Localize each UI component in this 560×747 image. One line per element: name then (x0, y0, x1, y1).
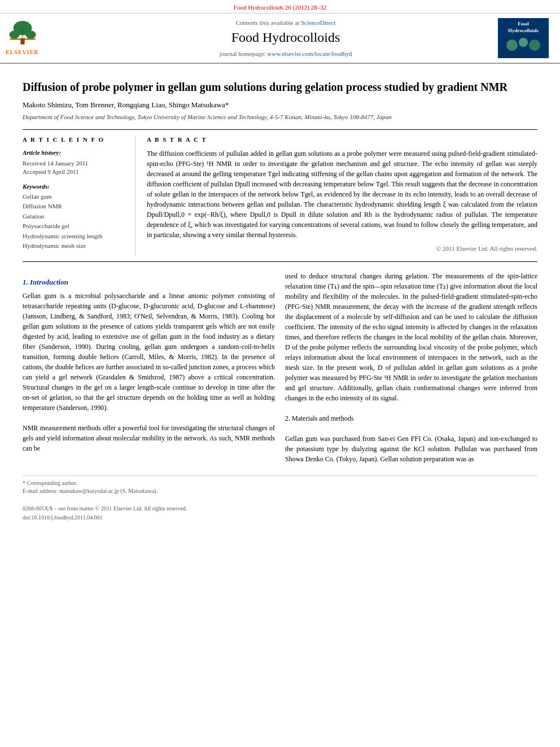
elsevier-label: ELSEVIER (6, 49, 73, 56)
keyword-item: Diffusion NMR (23, 202, 127, 211)
email-label: E-mail address: (23, 488, 58, 494)
copyright: © 2011 Elsevier Ltd. All rights reserved… (147, 244, 537, 253)
keywords-label: Keywords: (23, 182, 127, 191)
elsevier-logo-section: ELSEVIER (6, 20, 73, 56)
intro-col2-text: used to deduce structural changes during… (285, 271, 537, 464)
elsevier-tree-icon (6, 20, 40, 49)
journal-title: Food Hydrocolloids (73, 28, 498, 47)
keywords-list: Gellan gumDiffusion NMRGelationPolysacch… (23, 193, 127, 250)
license-line: 0268-005X/$ – see front matter © 2011 El… (23, 504, 537, 513)
svg-point-3 (25, 30, 36, 39)
abstract-label: A B S T R A C T (147, 136, 537, 144)
accepted-date: Accepted 9 April 2011 (23, 168, 127, 176)
abstract-column: A B S T R A C T The diffusion coefficien… (147, 136, 537, 256)
article-info-label: A R T I C L E I N F O (23, 136, 127, 144)
food-hydrocolloids-badge: Food Hydrocolloids (498, 18, 549, 58)
corresponding-note: * Corresponding author. (23, 479, 537, 487)
homepage-link[interactable]: www.elsevier.com/locate/foodhyd (267, 50, 352, 57)
bottom-bar: 0268-005X/$ – see front matter © 2011 El… (23, 504, 537, 522)
received-date: Received 14 January 2011 (23, 159, 127, 168)
svg-rect-4 (20, 38, 24, 45)
contents-available-line: Contents lists available at ScienceDirec… (73, 19, 498, 27)
journal-citation-bar: Food Hydrocolloids 26 (2012) 28–32 (0, 0, 560, 14)
history-label: Article history: (23, 148, 127, 157)
svg-point-8 (529, 40, 540, 51)
body-col-left: 1. Introduction Gellan gum is a microbia… (23, 271, 275, 464)
homepage-line: journal homepage: www.elsevier.com/locat… (73, 50, 498, 58)
svg-point-6 (506, 40, 518, 51)
footnotes-section: * Corresponding author. E-mail address: … (23, 475, 537, 495)
keyword-item: Gelation (23, 212, 127, 221)
intro-heading: 1. Introduction (23, 277, 275, 288)
svg-point-2 (9, 30, 19, 39)
body-text-section: 1. Introduction Gellan gum is a microbia… (23, 271, 537, 464)
article-info-column: A R T I C L E I N F O Article history: R… (23, 136, 135, 256)
journal-badge-section: Food Hydrocolloids (498, 18, 554, 58)
email-value: matsukaw@kaiyodai.ac.jp (S. Matsukawa). (59, 488, 158, 494)
keyword-item: Gellan gum (23, 193, 127, 201)
history-section: Article history: Received 14 January 201… (23, 148, 127, 176)
journal-center-info: Contents lists available at ScienceDirec… (73, 19, 498, 58)
svg-point-7 (519, 38, 528, 47)
authors: Makoto Shimizu, Tom Brenner, Rongqiang L… (23, 100, 537, 110)
doi-line: doi:10.1016/j.foodhyd.2011.04.001 (23, 513, 537, 522)
intro-col1-text: Gellan gum is a microbial polysaccharide… (23, 291, 275, 453)
keyword-item: Polysaccharide gel (23, 222, 127, 230)
keywords-section: Keywords: Gellan gumDiffusion NMRGelatio… (23, 182, 127, 251)
keyword-item: Hydrodynamic screening length (23, 232, 127, 241)
main-content: Diffusion of probe polymer in gellan gum… (0, 64, 560, 534)
email-note: E-mail address: matsukaw@kaiyodai.ac.jp … (23, 487, 537, 495)
affiliation: Department of Food Science and Technolog… (23, 113, 537, 121)
article-info-abstract-section: A R T I C L E I N F O Article history: R… (23, 129, 537, 262)
journal-header: ELSEVIER Contents lists available at Sci… (0, 14, 560, 64)
abstract-text: The diffusion coefficients of pullulan a… (147, 148, 537, 240)
sciencedirect-link[interactable]: ScienceDirect (301, 19, 336, 26)
article-title: Diffusion of probe polymer in gellan gum… (23, 80, 537, 94)
journal-citation: Food Hydrocolloids 26 (2012) 28–32 (234, 4, 326, 11)
body-col-right: used to deduce structural changes during… (285, 271, 537, 464)
keyword-item: Hydrodynamic mesh size (23, 242, 127, 250)
